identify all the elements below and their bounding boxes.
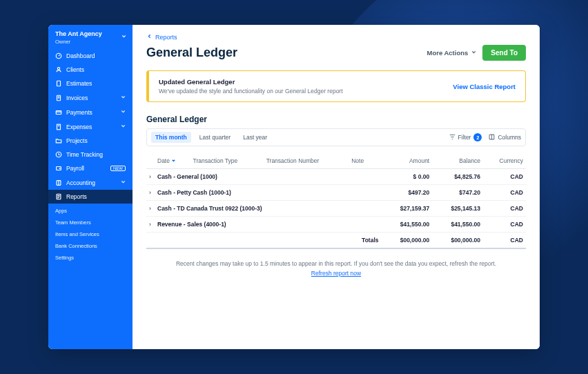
receipt-icon: [55, 124, 62, 130]
more-actions-dropdown[interactable]: More Actions: [427, 49, 477, 57]
notice-text: Updated General Ledger We've updated the…: [159, 78, 343, 95]
nav-label: Projects: [66, 137, 126, 144]
tab-last-year[interactable]: Last year: [239, 132, 271, 143]
sidebar-item-dashboard[interactable]: Dashboard: [48, 49, 133, 63]
document-icon: [55, 80, 62, 87]
notice-body: We've updated the style and functionalit…: [159, 88, 343, 95]
report-toolbar: This monthLast quarterLast year Filter 2…: [146, 128, 526, 146]
cell-currency: CAD: [483, 185, 526, 201]
nav-label: Dashboard: [66, 52, 126, 59]
report-title: General Ledger: [146, 115, 526, 124]
sidebar: The Ant Agency Owner DashboardClientsEst…: [48, 25, 133, 349]
sidebar-item-apps[interactable]: Apps: [48, 205, 133, 217]
new-badge: NEW: [110, 166, 126, 171]
refresh-link[interactable]: Refresh report now: [146, 270, 526, 277]
sidebar-item-estimates[interactable]: Estimates: [48, 77, 133, 90]
nav-label: Payments: [66, 109, 116, 116]
nav-label: Items and Services: [55, 231, 99, 237]
invoice-icon: [55, 95, 62, 101]
col-currency[interactable]: Currency: [483, 153, 526, 169]
more-actions-label: More Actions: [427, 49, 468, 57]
main-content: Reports General Ledger More Actions Send…: [133, 25, 540, 349]
page-title: General Ledger: [146, 46, 237, 60]
nav-label: Invoices: [66, 95, 116, 101]
app-window: The Ant Agency Owner DashboardClientsEst…: [48, 25, 540, 349]
org-role: Owner: [55, 39, 126, 45]
cell-balance: $747.20: [432, 185, 483, 201]
cell-amount: $ 0.00: [381, 169, 432, 185]
sidebar-item-time-tracking[interactable]: Time Tracking: [48, 148, 133, 161]
nav-label: Team Members: [55, 219, 91, 226]
expand-row-icon[interactable]: ›: [146, 201, 155, 217]
expand-row-icon[interactable]: ›: [146, 217, 155, 233]
svg-line-1: [59, 55, 60, 56]
ledger-body: ›Cash - General (1000)$ 0.00$4,825.76CAD…: [146, 169, 526, 249]
svg-rect-3: [57, 81, 61, 86]
sidebar-item-settings[interactable]: Settings: [48, 252, 133, 264]
col-date[interactable]: Date: [155, 153, 190, 169]
table-row: ›Cash - Petty Cash (1000-1)$497.20$747.2…: [146, 185, 526, 201]
sidebar-item-items-and-services[interactable]: Items and Services: [48, 228, 133, 240]
tab-last-quarter[interactable]: Last quarter: [195, 132, 235, 143]
expand-row-icon[interactable]: ›: [146, 169, 155, 185]
svg-point-2: [57, 68, 59, 70]
filter-icon: [449, 134, 455, 141]
page-header: General Ledger More Actions Send To: [146, 45, 526, 61]
account-name: Cash - General (1000): [157, 173, 217, 180]
svg-rect-9: [57, 124, 61, 130]
nav-label: Expenses: [66, 124, 116, 130]
svg-point-13: [59, 168, 60, 169]
breadcrumb-back[interactable]: Reports: [146, 33, 526, 41]
account-name: Revenue - Sales (4000-1): [157, 221, 226, 228]
send-to-button[interactable]: Send To: [482, 45, 526, 61]
col-amount[interactable]: Amount: [381, 153, 432, 169]
org-switcher[interactable]: The Ant Agency Owner: [48, 25, 133, 49]
sidebar-item-payments[interactable]: Payments: [48, 105, 133, 119]
cell-currency: CAD: [483, 169, 526, 185]
sidebar-item-team-members[interactable]: Team Members: [48, 217, 133, 228]
sidebar-item-invoices[interactable]: Invoices: [48, 90, 133, 105]
sidebar-item-projects[interactable]: Projects: [48, 134, 133, 148]
totals-row: Totals$00,000.00$00,000.00CAD: [146, 233, 526, 249]
col-note[interactable]: Note: [349, 153, 381, 169]
folder-icon: [55, 137, 62, 144]
person-icon: [55, 66, 62, 73]
date-range-tabs: This monthLast quarterLast year: [151, 132, 271, 143]
cell-currency: CAD: [483, 217, 526, 233]
sort-descending-icon: [171, 157, 176, 164]
view-classic-link[interactable]: View Classic Report: [453, 83, 516, 90]
table-row: ›Cash - General (1000)$ 0.00$4,825.76CAD: [146, 169, 526, 185]
account-name: Cash - TD Canada Trust 0922 (1000-3): [157, 205, 262, 212]
columns-button[interactable]: Columns: [489, 134, 521, 141]
filter-count-badge: 2: [473, 133, 482, 141]
nav-secondary: AppsTeam MembersItems and ServicesBank C…: [48, 204, 133, 264]
col-txn-type[interactable]: Transaction Type: [190, 153, 264, 169]
tab-this-month[interactable]: This month: [151, 132, 191, 143]
chevron-down-icon: [120, 94, 126, 101]
col-txn-number[interactable]: Transaction Number: [264, 153, 349, 169]
totals-currency: CAD: [483, 233, 526, 249]
nav-label: Accounting: [66, 179, 116, 186]
chevron-left-icon: [146, 33, 153, 41]
totals-balance: $00,000.00: [432, 233, 483, 249]
nav-label: Apps: [55, 208, 67, 214]
chevron-down-icon: [120, 179, 126, 186]
expand-row-icon[interactable]: ›: [146, 185, 155, 201]
sidebar-item-reports[interactable]: Reports: [48, 190, 133, 204]
nav-label: Estimates: [66, 80, 126, 87]
cell-balance: $41,550.00: [432, 217, 483, 233]
notice-title: Updated General Ledger: [159, 78, 343, 86]
footer-text: Recent changes may take up to 1.5 minute…: [176, 260, 496, 267]
chevron-down-icon: [121, 33, 127, 41]
sidebar-item-expenses[interactable]: Expenses: [48, 119, 133, 134]
totals-label: Totals: [349, 233, 381, 249]
sidebar-item-payroll[interactable]: PayrollNEW: [48, 161, 133, 175]
filter-button[interactable]: Filter 2: [449, 133, 482, 141]
sidebar-item-bank-connections[interactable]: Bank Connections: [48, 240, 133, 252]
nav-label: Reports: [66, 193, 126, 200]
svg-rect-7: [56, 110, 61, 114]
nav-label: Bank Connections: [55, 243, 97, 249]
sidebar-item-accounting[interactable]: Accounting: [48, 175, 133, 190]
col-balance[interactable]: Balance: [432, 153, 483, 169]
sidebar-item-clients[interactable]: Clients: [48, 63, 133, 77]
